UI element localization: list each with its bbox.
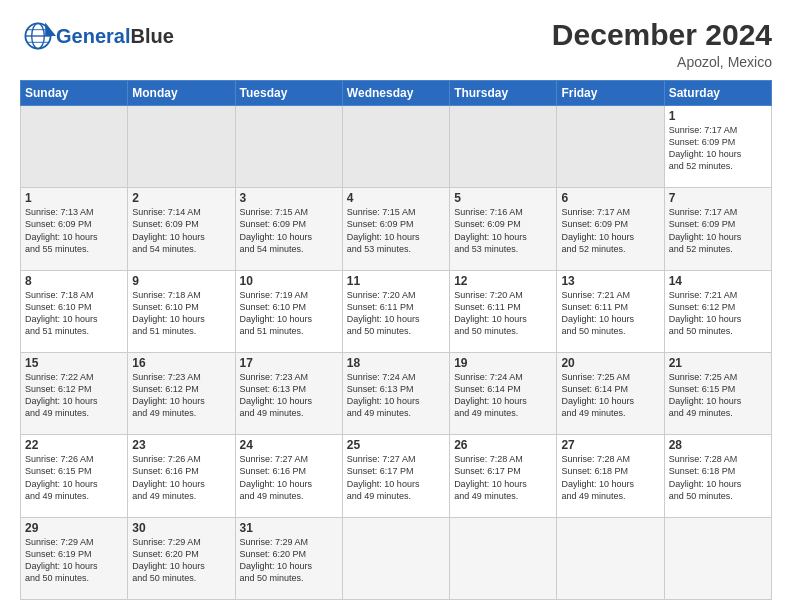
calendar-cell: 16Sunrise: 7:23 AMSunset: 6:12 PMDayligh… bbox=[128, 352, 235, 434]
day-of-week-header: Tuesday bbox=[235, 81, 342, 106]
day-number: 7 bbox=[669, 191, 767, 205]
day-number: 17 bbox=[240, 356, 338, 370]
calendar-cell: 6Sunrise: 7:17 AMSunset: 6:09 PMDaylight… bbox=[557, 188, 664, 270]
title-block: December 2024 Apozol, Mexico bbox=[552, 18, 772, 70]
day-info: Sunrise: 7:28 AMSunset: 6:18 PMDaylight:… bbox=[561, 453, 659, 502]
day-number: 19 bbox=[454, 356, 552, 370]
day-number: 15 bbox=[25, 356, 123, 370]
day-info: Sunrise: 7:27 AMSunset: 6:17 PMDaylight:… bbox=[347, 453, 445, 502]
calendar-cell: 8Sunrise: 7:18 AMSunset: 6:10 PMDaylight… bbox=[21, 270, 128, 352]
day-info: Sunrise: 7:18 AMSunset: 6:10 PMDaylight:… bbox=[25, 289, 123, 338]
day-of-week-header: Sunday bbox=[21, 81, 128, 106]
day-number: 3 bbox=[240, 191, 338, 205]
calendar-cell: 19Sunrise: 7:24 AMSunset: 6:14 PMDayligh… bbox=[450, 352, 557, 434]
day-number: 6 bbox=[561, 191, 659, 205]
calendar-cell bbox=[342, 106, 449, 188]
day-number: 28 bbox=[669, 438, 767, 452]
svg-marker-5 bbox=[45, 23, 56, 37]
day-info: Sunrise: 7:29 AMSunset: 6:20 PMDaylight:… bbox=[132, 536, 230, 585]
day-info: Sunrise: 7:28 AMSunset: 6:18 PMDaylight:… bbox=[669, 453, 767, 502]
month-year: December 2024 bbox=[552, 18, 772, 52]
day-number: 21 bbox=[669, 356, 767, 370]
day-info: Sunrise: 7:15 AMSunset: 6:09 PMDaylight:… bbox=[240, 206, 338, 255]
calendar-cell: 23Sunrise: 7:26 AMSunset: 6:16 PMDayligh… bbox=[128, 435, 235, 517]
day-info: Sunrise: 7:26 AMSunset: 6:16 PMDaylight:… bbox=[132, 453, 230, 502]
day-of-week-header: Monday bbox=[128, 81, 235, 106]
logo-text: GeneralBlue bbox=[56, 25, 174, 48]
calendar-week-row: 29Sunrise: 7:29 AMSunset: 6:19 PMDayligh… bbox=[21, 517, 772, 599]
day-info: Sunrise: 7:21 AMSunset: 6:12 PMDaylight:… bbox=[669, 289, 767, 338]
logo-general: General bbox=[56, 25, 130, 47]
day-of-week-header: Friday bbox=[557, 81, 664, 106]
calendar-cell bbox=[450, 517, 557, 599]
day-info: Sunrise: 7:25 AMSunset: 6:15 PMDaylight:… bbox=[669, 371, 767, 420]
calendar-cell: 4Sunrise: 7:15 AMSunset: 6:09 PMDaylight… bbox=[342, 188, 449, 270]
day-number: 20 bbox=[561, 356, 659, 370]
calendar-cell: 5Sunrise: 7:16 AMSunset: 6:09 PMDaylight… bbox=[450, 188, 557, 270]
day-number: 1 bbox=[669, 109, 767, 123]
logo: GeneralBlue bbox=[20, 18, 174, 54]
calendar-cell: 9Sunrise: 7:18 AMSunset: 6:10 PMDaylight… bbox=[128, 270, 235, 352]
calendar-cell: 7Sunrise: 7:17 AMSunset: 6:09 PMDaylight… bbox=[664, 188, 771, 270]
day-number: 30 bbox=[132, 521, 230, 535]
calendar-cell: 29Sunrise: 7:29 AMSunset: 6:19 PMDayligh… bbox=[21, 517, 128, 599]
calendar-cell: 1Sunrise: 7:17 AMSunset: 6:09 PMDaylight… bbox=[664, 106, 771, 188]
calendar-cell bbox=[128, 106, 235, 188]
day-info: Sunrise: 7:27 AMSunset: 6:16 PMDaylight:… bbox=[240, 453, 338, 502]
day-number: 11 bbox=[347, 274, 445, 288]
day-info: Sunrise: 7:22 AMSunset: 6:12 PMDaylight:… bbox=[25, 371, 123, 420]
calendar-cell bbox=[21, 106, 128, 188]
day-number: 10 bbox=[240, 274, 338, 288]
day-number: 4 bbox=[347, 191, 445, 205]
day-number: 27 bbox=[561, 438, 659, 452]
calendar-week-row: 22Sunrise: 7:26 AMSunset: 6:15 PMDayligh… bbox=[21, 435, 772, 517]
header: GeneralBlue December 2024 Apozol, Mexico bbox=[20, 18, 772, 70]
day-number: 9 bbox=[132, 274, 230, 288]
day-number: 31 bbox=[240, 521, 338, 535]
calendar-cell: 10Sunrise: 7:19 AMSunset: 6:10 PMDayligh… bbox=[235, 270, 342, 352]
day-info: Sunrise: 7:18 AMSunset: 6:10 PMDaylight:… bbox=[132, 289, 230, 338]
calendar-body: 1Sunrise: 7:17 AMSunset: 6:09 PMDaylight… bbox=[21, 106, 772, 600]
day-info: Sunrise: 7:23 AMSunset: 6:13 PMDaylight:… bbox=[240, 371, 338, 420]
calendar-week-row: 1Sunrise: 7:13 AMSunset: 6:09 PMDaylight… bbox=[21, 188, 772, 270]
day-info: Sunrise: 7:26 AMSunset: 6:15 PMDaylight:… bbox=[25, 453, 123, 502]
calendar-week-row: 15Sunrise: 7:22 AMSunset: 6:12 PMDayligh… bbox=[21, 352, 772, 434]
day-number: 29 bbox=[25, 521, 123, 535]
day-info: Sunrise: 7:20 AMSunset: 6:11 PMDaylight:… bbox=[454, 289, 552, 338]
calendar-week-row: 8Sunrise: 7:18 AMSunset: 6:10 PMDaylight… bbox=[21, 270, 772, 352]
logo-blue: Blue bbox=[130, 25, 173, 47]
day-info: Sunrise: 7:17 AMSunset: 6:09 PMDaylight:… bbox=[669, 206, 767, 255]
calendar-cell: 22Sunrise: 7:26 AMSunset: 6:15 PMDayligh… bbox=[21, 435, 128, 517]
day-info: Sunrise: 7:15 AMSunset: 6:09 PMDaylight:… bbox=[347, 206, 445, 255]
day-info: Sunrise: 7:29 AMSunset: 6:20 PMDaylight:… bbox=[240, 536, 338, 585]
day-number: 14 bbox=[669, 274, 767, 288]
calendar-header-row: SundayMondayTuesdayWednesdayThursdayFrid… bbox=[21, 81, 772, 106]
calendar-cell: 20Sunrise: 7:25 AMSunset: 6:14 PMDayligh… bbox=[557, 352, 664, 434]
day-info: Sunrise: 7:24 AMSunset: 6:13 PMDaylight:… bbox=[347, 371, 445, 420]
day-number: 24 bbox=[240, 438, 338, 452]
day-number: 5 bbox=[454, 191, 552, 205]
day-info: Sunrise: 7:25 AMSunset: 6:14 PMDaylight:… bbox=[561, 371, 659, 420]
day-info: Sunrise: 7:21 AMSunset: 6:11 PMDaylight:… bbox=[561, 289, 659, 338]
calendar-cell: 13Sunrise: 7:21 AMSunset: 6:11 PMDayligh… bbox=[557, 270, 664, 352]
calendar-cell: 31Sunrise: 7:29 AMSunset: 6:20 PMDayligh… bbox=[235, 517, 342, 599]
day-of-week-header: Saturday bbox=[664, 81, 771, 106]
calendar-cell: 28Sunrise: 7:28 AMSunset: 6:18 PMDayligh… bbox=[664, 435, 771, 517]
calendar-cell: 12Sunrise: 7:20 AMSunset: 6:11 PMDayligh… bbox=[450, 270, 557, 352]
day-info: Sunrise: 7:23 AMSunset: 6:12 PMDaylight:… bbox=[132, 371, 230, 420]
day-number: 16 bbox=[132, 356, 230, 370]
calendar-cell: 26Sunrise: 7:28 AMSunset: 6:17 PMDayligh… bbox=[450, 435, 557, 517]
day-info: Sunrise: 7:17 AMSunset: 6:09 PMDaylight:… bbox=[669, 124, 767, 173]
day-number: 22 bbox=[25, 438, 123, 452]
day-number: 26 bbox=[454, 438, 552, 452]
day-number: 18 bbox=[347, 356, 445, 370]
day-info: Sunrise: 7:19 AMSunset: 6:10 PMDaylight:… bbox=[240, 289, 338, 338]
day-info: Sunrise: 7:13 AMSunset: 6:09 PMDaylight:… bbox=[25, 206, 123, 255]
calendar-cell bbox=[235, 106, 342, 188]
calendar-cell: 24Sunrise: 7:27 AMSunset: 6:16 PMDayligh… bbox=[235, 435, 342, 517]
calendar-cell: 17Sunrise: 7:23 AMSunset: 6:13 PMDayligh… bbox=[235, 352, 342, 434]
calendar-cell bbox=[557, 517, 664, 599]
day-info: Sunrise: 7:17 AMSunset: 6:09 PMDaylight:… bbox=[561, 206, 659, 255]
calendar-cell bbox=[557, 106, 664, 188]
day-info: Sunrise: 7:28 AMSunset: 6:17 PMDaylight:… bbox=[454, 453, 552, 502]
